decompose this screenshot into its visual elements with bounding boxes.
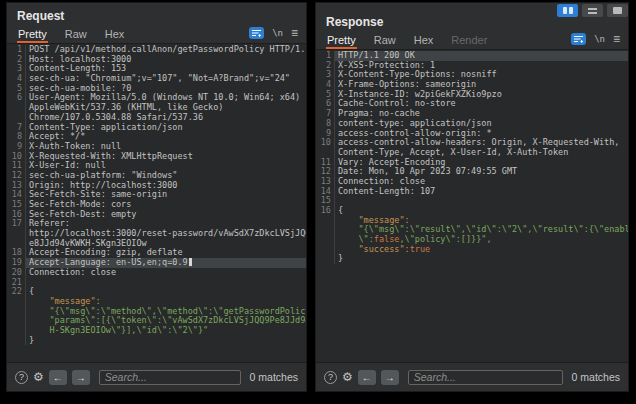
panel-title: Request [17, 9, 298, 23]
tab-raw[interactable]: Raw [64, 26, 88, 43]
line-number [7, 229, 26, 239]
editor-row: 15 [316, 196, 628, 206]
prev-match-button[interactable]: ← [49, 370, 67, 385]
help-icon[interactable]: ? [324, 371, 337, 384]
layout-single-icon[interactable] [607, 4, 628, 17]
next-match-button[interactable]: → [72, 370, 90, 385]
line-number [7, 326, 26, 336]
match-count: 0 matches [250, 371, 298, 383]
line-number [7, 336, 26, 346]
editor-row: 14Content-Length: 107 [316, 187, 628, 197]
newline-icon[interactable]: \n [594, 34, 605, 44]
layout-rows-icon[interactable] [582, 4, 603, 17]
editor-row: "success":true [316, 245, 628, 255]
code-line[interactable]: H-SKgn3EOIOw\"}],\"id\":\"2\"}" [26, 326, 306, 336]
word-wrap-icon[interactable] [571, 33, 586, 45]
search-input[interactable] [99, 370, 241, 385]
menu-icon[interactable]: ≡ [291, 28, 298, 38]
code-line[interactable]: Connection: close [26, 268, 306, 278]
request-panel-header: Request PrettyRawHex \n ≡ [7, 3, 306, 43]
editor-icons: \n ≡ [249, 27, 298, 43]
tab-hex[interactable]: Hex [413, 32, 435, 49]
word-wrap-icon[interactable] [249, 27, 264, 39]
next-match-button[interactable]: → [381, 370, 399, 385]
line-number: 6 [7, 93, 26, 103]
request-panel: Request PrettyRawHex \n ≡ 1POST /api/v1/… [6, 2, 307, 392]
match-count: 0 matches [572, 371, 620, 383]
editor-row: 21 [7, 278, 306, 288]
editor-row: } [316, 254, 628, 264]
panel-title: Response [326, 15, 620, 29]
code-line[interactable] [26, 278, 306, 288]
layout-columns-icon[interactable] [557, 4, 578, 17]
tab-hex[interactable]: Hex [104, 26, 126, 43]
line-number [7, 316, 26, 326]
code-line[interactable]: Content-Length: 107 [335, 187, 628, 197]
gear-icon[interactable]: ⚙ [33, 371, 44, 384]
line-number [316, 235, 335, 245]
code-line[interactable]: } [335, 254, 628, 264]
tab-render: Render [450, 32, 488, 49]
line-number: 16 [316, 206, 335, 216]
response-code-editor[interactable]: 1HTTP/1.1 200 OK2X-XSS-Protection: 13X-C… [316, 49, 628, 363]
search-input[interactable] [408, 370, 563, 385]
line-number [316, 254, 335, 264]
line-number [7, 103, 26, 113]
editor-row: 20Connection: close [7, 268, 306, 278]
prev-match-button[interactable]: ← [358, 370, 376, 385]
request-code-editor[interactable]: 1POST /api/v1/method.callAnon/getPasswor… [7, 43, 306, 363]
tab-raw[interactable]: Raw [373, 32, 397, 49]
line-number [316, 245, 335, 255]
message-editor: Request PrettyRawHex \n ≡ 1POST /api/v1/… [0, 0, 636, 404]
tab-pretty[interactable]: Pretty [326, 32, 357, 49]
help-icon[interactable]: ? [15, 371, 28, 384]
line-number: 17 [7, 219, 26, 229]
newline-icon[interactable]: \n [272, 28, 283, 38]
line-number [316, 225, 335, 235]
editor-row: } [7, 336, 306, 346]
response-search-bar: ? ⚙ ← → 0 matches [316, 363, 628, 391]
code-line[interactable] [335, 196, 628, 206]
code-line[interactable]: } [26, 336, 306, 346]
request-search-bar: ? ⚙ ← → 0 matches [7, 363, 306, 391]
editor-row: H-SKgn3EOIOw\"}],\"id\":\"2\"}" [7, 326, 306, 336]
line-number: 22 [7, 287, 26, 297]
gear-icon[interactable]: ⚙ [342, 371, 353, 384]
tab-bar: PrettyRawHex \n ≡ [17, 26, 298, 43]
layout-controls [557, 4, 628, 17]
menu-icon[interactable]: ≡ [613, 34, 620, 44]
line-number [7, 307, 26, 317]
code-line[interactable]: "success":true [335, 245, 628, 255]
line-number [7, 297, 26, 307]
response-panel: Response PrettyRawHexRender \n ≡ 1HTTP/1… [315, 2, 629, 392]
editor-icons: \n ≡ [571, 33, 620, 49]
tab-pretty[interactable]: Pretty [17, 26, 48, 43]
text-caret [189, 258, 192, 266]
line-number: 10 [316, 138, 335, 148]
line-number [316, 216, 335, 226]
tab-bar: PrettyRawHexRender \n ≡ [326, 32, 620, 49]
